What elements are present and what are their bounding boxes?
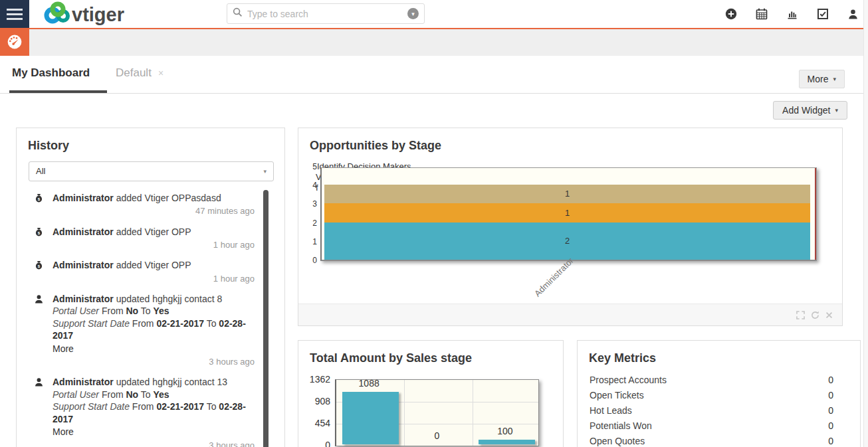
field-name: Support Start Date	[53, 318, 130, 329]
stacked-bar-segment: 2	[324, 223, 810, 260]
history-filter-dropdown[interactable]: All ▾	[29, 161, 274, 181]
bar-chart-icon[interactable]	[786, 8, 798, 20]
bar	[342, 392, 399, 444]
opportunity-icon: $	[34, 227, 45, 251]
to-value: Yes	[153, 389, 169, 400]
top-navbar: vtiger ▾	[0, 0, 868, 28]
y-axis-tick-label: 5	[298, 162, 317, 171]
total-amount-chart: 1362908454010880100	[298, 341, 563, 447]
history-item-text: Administrator added Vtiger OPPasdasd	[53, 192, 255, 204]
to-value: Yes	[153, 306, 169, 316]
y-axis-tick-label: 0	[298, 256, 317, 265]
history-scrollbar-thumb[interactable]	[263, 190, 269, 447]
add-widget-button[interactable]: Add Widget▾	[773, 101, 847, 120]
y-axis-tick-label: 1	[298, 237, 317, 246]
key-metrics-rows: Prospect Accounts0Open Tickets0Hot Leads…	[578, 373, 860, 447]
metric-label: Open Quotes	[590, 434, 645, 447]
key-metrics-widget-title: Key Metrics	[589, 351, 656, 365]
app-header	[0, 29, 868, 56]
more-link[interactable]: More	[53, 343, 255, 355]
history-item: Administrator updated hghgkjj contact 8P…	[34, 293, 264, 368]
accent-divider	[0, 28, 868, 29]
history-filter-value: All	[36, 166, 45, 176]
history-item-text: Administrator updated hghgkjj contact 13	[53, 376, 255, 388]
total-amount-widget: Total Amount by Sales stage 136290845401…	[298, 340, 564, 447]
expand-icon[interactable]	[796, 311, 805, 319]
caret-down-icon: ▾	[263, 162, 267, 181]
bar-value-label: 0	[403, 430, 471, 441]
field-name: Support Start Date	[53, 401, 130, 412]
dashboard-gauge-icon[interactable]	[0, 28, 29, 56]
page-scrollbar[interactable]	[863, 0, 868, 447]
tasks-check-icon[interactable]	[817, 8, 829, 20]
y-axis-tick-label: 0	[300, 440, 330, 447]
opportunities-by-stage-widget: Opportunities by Stage Administrator Ide…	[298, 128, 843, 326]
search-input[interactable]	[247, 9, 407, 19]
close-icon[interactable]	[825, 312, 833, 319]
history-widget: History All ▾ $Administrator added Vtige…	[16, 128, 285, 447]
key-metrics-widget: Key Metrics Prospect Accounts0Open Ticke…	[577, 340, 861, 447]
history-item-text: Administrator added Vtiger OPP	[53, 226, 255, 238]
history-time: 1 hour ago	[53, 239, 255, 250]
bar-value-label: 100	[471, 426, 539, 436]
opportunities-chart: Administrator Identify Decision MakersVf…	[298, 128, 842, 325]
metric-label: Potentials Won	[590, 418, 652, 434]
history-item: Administrator updated hghgkjj contact 13…	[34, 376, 264, 447]
caret-down-icon: ▾	[833, 76, 836, 82]
vtiger-logo: vtiger	[35, 1, 136, 29]
y-axis-tick-label: 2	[298, 219, 317, 228]
history-change-line: Portal User From No To Yes	[53, 389, 255, 401]
y-axis-tick-label: 3	[298, 199, 317, 209]
history-actor: Administrator	[53, 193, 114, 203]
caret-down-icon: ▾	[835, 107, 838, 114]
tab-default[interactable]: Default×	[113, 56, 166, 93]
more-button[interactable]: More▾	[799, 70, 845, 88]
from-value: 02-21-2017	[156, 318, 204, 329]
metric-row: Potentials Won0	[578, 418, 860, 434]
history-time: 1 hour ago	[53, 273, 255, 284]
metric-label: Hot Leads	[590, 403, 632, 418]
quick-create-plus-icon[interactable]	[725, 8, 737, 20]
y-axis-tick-label: 4	[298, 181, 317, 190]
bar	[479, 440, 535, 444]
more-link[interactable]: More	[53, 426, 255, 438]
metric-row: Prospect Accounts0	[578, 373, 860, 388]
tab-close-icon[interactable]: ×	[158, 68, 163, 78]
tab-label: My Dashboard	[12, 66, 90, 79]
history-item-text: Administrator added Vtiger OPP	[53, 259, 255, 271]
refresh-icon[interactable]	[811, 311, 819, 319]
from-value: No	[126, 389, 138, 400]
metric-value: 0	[828, 434, 833, 447]
opportunity-icon: $	[34, 193, 45, 217]
navbar-icons	[725, 8, 859, 20]
hamburger-menu-icon[interactable]	[0, 0, 29, 28]
tab-my-dashboard[interactable]: My Dashboard	[9, 56, 107, 93]
calendar-icon[interactable]	[756, 8, 768, 20]
opportunity-icon: $	[34, 260, 45, 284]
history-actor: Administrator	[53, 260, 114, 270]
more-button-label: More	[808, 74, 829, 84]
contact-icon	[34, 294, 45, 368]
user-icon[interactable]	[847, 9, 859, 20]
metric-value: 0	[828, 403, 833, 418]
history-change-line: Portal User From No To Yes	[53, 305, 255, 317]
metric-label: Prospect Accounts	[590, 373, 667, 388]
bar-value-label: 1	[324, 189, 810, 199]
contact-icon	[34, 377, 45, 447]
search-scope-dropdown-icon[interactable]: ▾	[407, 8, 419, 19]
svg-text:vtiger: vtiger	[72, 4, 124, 25]
metric-value: 0	[828, 388, 833, 403]
global-search: ▾	[227, 3, 425, 24]
history-change-line: Support Start Date From 02-21-2017 To 02…	[53, 401, 255, 425]
history-item-text: Administrator updated hghgkjj contact 8	[53, 293, 255, 305]
history-item: $Administrator added Vtiger OPP1 hour ag…	[34, 226, 264, 251]
dashboard-tab-bar: My Dashboard Default× More▾	[0, 56, 868, 94]
bar-value-label: 2	[324, 236, 810, 246]
history-item-body: Administrator added Vtiger OPP1 hour ago	[53, 226, 264, 251]
from-value: No	[126, 306, 138, 316]
metric-row: Open Quotes0	[578, 434, 860, 447]
stacked-bar-segment: 1	[324, 203, 810, 222]
tab-label: Default	[116, 66, 152, 79]
history-item-body: Administrator updated hghgkjj contact 8P…	[53, 293, 264, 368]
add-widget-label: Add Widget	[782, 105, 830, 116]
